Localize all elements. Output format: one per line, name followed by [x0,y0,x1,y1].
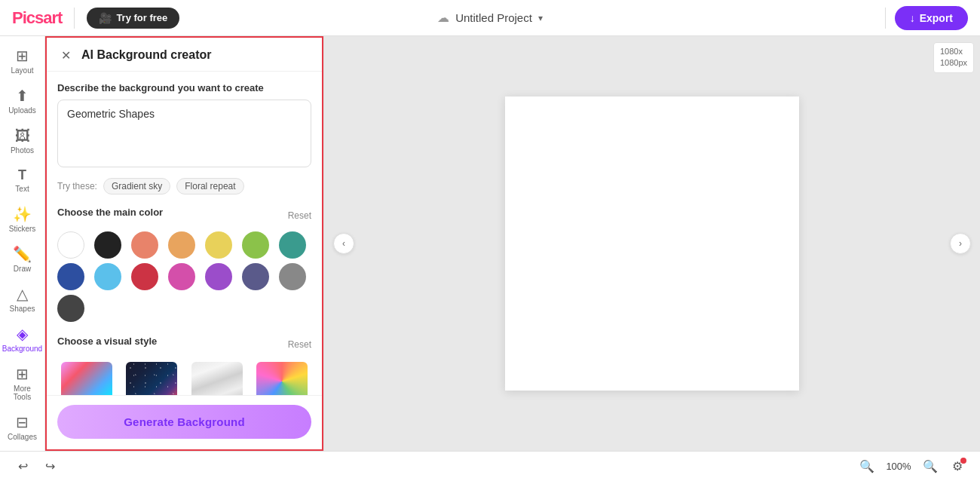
layout-icon: ⊞ [16,48,29,63]
describe-textarea[interactable]: Geometric Shapes [57,100,311,167]
try-these-label: Try these: [57,181,97,191]
sidebar-item-label: Shapes [10,305,35,313]
sidebar-item-collages[interactable]: ⊟ Collages [3,409,42,446]
sidebar-item-label: More Tools [6,384,39,401]
style-item-tye-dye[interactable]: Tye dye [253,360,311,395]
sidebar-item-label: Stickers [9,225,36,233]
ai-background-panel: ✕ AI Background creator Describe the bac… [45,36,324,451]
style-item-galaxy[interactable]: Galaxy [122,360,181,395]
color-swatch-white[interactable] [57,231,84,259]
visual-style-header: Choose a visual style Reset [57,335,311,353]
panel-close-button[interactable]: ✕ [57,47,74,63]
project-name: Untitled Project [455,11,532,24]
background-icon: ◈ [17,326,28,342]
canvas-size-width: 1080x [940,47,963,56]
shapes-icon: △ [17,286,28,302]
color-swatch-green[interactable] [242,231,269,259]
panel-body: Describe the background you want to crea… [45,72,323,395]
try-free-button[interactable]: 🎥 Try for free [87,8,179,29]
settings-button[interactable]: ⚙ [947,456,968,477]
draw-icon: ✏️ [13,247,32,262]
bottom-bar-left: ↩ ↪ [12,456,60,477]
bottom-bar: ↩ ↪ 🔍 100% 🔍 ⚙ [0,451,980,481]
zoom-value: 100% [884,461,914,472]
zoom-in-button[interactable]: 🔍 [920,456,941,477]
visual-style-reset[interactable]: Reset [288,339,311,350]
redo-button[interactable]: ↪ [39,456,60,477]
color-swatch-navy[interactable] [57,263,84,290]
color-swatch-salmon[interactable] [131,231,158,259]
sidebar-item-photos[interactable]: 🖼 Photos [3,122,42,159]
canvas-size-label: 1080x 1080px [933,42,974,73]
main-color-label: Choose the main color [57,207,163,218]
sidebar-item-label: Uploads [8,106,36,115]
color-swatch-gray[interactable] [279,263,306,290]
sidebar-item-layout[interactable]: ⊞ Layout [3,42,42,79]
topbar-center: ☁ Untitled Project ▾ [437,11,543,25]
sidebar-item-label: Photos [11,146,34,155]
color-swatch-purple[interactable] [205,263,232,290]
color-swatch-yellow[interactable] [205,231,232,259]
sidebar-item-shapes[interactable]: △ Shapes [3,280,42,317]
color-swatch-dark-purple[interactable] [242,263,269,290]
main-color-reset[interactable]: Reset [288,210,311,221]
zoom-out-button[interactable]: 🔍 [856,456,877,477]
more-tools-icon: ⊞ [16,366,29,381]
color-swatch-dark-gray[interactable] [57,295,84,322]
uploads-icon: ⬆ [16,88,29,103]
settings-badge [960,458,966,464]
describe-label: Describe the background you want to crea… [57,82,311,93]
try-free-label: Try for free [116,12,167,23]
color-swatch-red[interactable] [131,263,158,290]
sidebar-item-label: Background [2,345,42,353]
download-icon: ↓ [910,12,915,24]
sidebar-item-text[interactable]: T Text [3,162,42,198]
stickers-icon: ✨ [13,207,32,222]
color-swatch-teal[interactable] [279,231,306,259]
canvas-size-height: 1080px [940,58,967,67]
main-color-header: Choose the main color Reset [57,207,311,224]
try-chip-floral-repeat[interactable]: Floral repeat [176,178,243,195]
camera-icon: 🎥 [99,12,112,24]
style-thumb-galaxy [124,360,179,395]
photos-icon: 🖼 [15,128,30,143]
try-these-row: Try these: Gradient sky Floral repeat [57,178,311,195]
export-label: Export [920,12,953,24]
sidebar-item-stickers[interactable]: ✨ Stickers [3,201,42,237]
sidebar-item-label: Text [15,185,29,193]
sidebar-item-draw[interactable]: ✏️ Draw [3,240,42,277]
white-canvas [505,97,799,391]
chevron-down-icon[interactable]: ▾ [538,13,543,23]
sidebar-item-label: Collages [8,433,37,441]
panel-header: ✕ AI Background creator [45,36,323,72]
visual-style-label: Choose a visual style [57,335,157,347]
style-item-gradient[interactable]: Gradient [57,360,116,395]
collages-icon: ⊟ [16,415,29,430]
main-content: ⊞ Layout ⬆ Uploads 🖼 Photos T Text ✨ Sti… [0,36,980,451]
panel-title: AI Background creator [81,48,211,62]
sidebar-item-background[interactable]: ◈ Background [3,320,42,357]
export-button[interactable]: ↓ Export [895,6,968,30]
generate-background-button[interactable]: Generate Background [57,405,311,439]
style-grid: Gradient Galaxy Marble Tye dye Bokeh [57,360,311,395]
style-thumb-tye-dye [255,360,309,395]
color-swatch-pink[interactable] [168,263,195,290]
try-chip-gradient-sky[interactable]: Gradient sky [103,178,170,195]
panel-footer: Generate Background [45,395,323,451]
style-thumb-marble [190,360,244,395]
style-item-marble[interactable]: Marble [188,360,247,395]
color-swatch-peach[interactable] [168,231,195,259]
color-swatch-light-blue[interactable] [94,263,121,290]
topbar-separator [885,8,886,29]
color-grid [57,231,311,322]
canvas-nav-left-button[interactable]: ‹ [333,233,354,254]
cloud-icon: ☁ [437,11,449,25]
left-sidebar: ⊞ Layout ⬆ Uploads 🖼 Photos T Text ✨ Sti… [0,36,45,451]
undo-button[interactable]: ↩ [12,456,33,477]
color-swatch-black[interactable] [94,231,121,259]
sidebar-item-more-tools[interactable]: ⊞ More Tools [3,360,42,406]
canvas-nav-right-button[interactable]: › [950,233,971,254]
topbar-right: ↓ Export [885,6,968,30]
canvas-area: ‹ › 1080x 1080px [324,36,980,451]
sidebar-item-uploads[interactable]: ⬆ Uploads [3,82,42,119]
